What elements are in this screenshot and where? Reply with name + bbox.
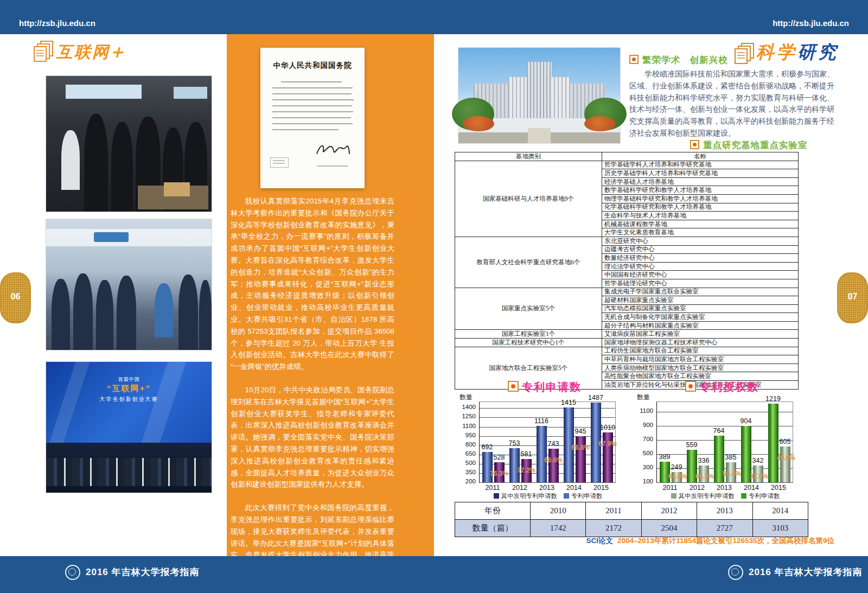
base-name-cell: 数量经济研究中心 xyxy=(602,254,799,263)
chart-title: 专利授权数 xyxy=(699,381,759,393)
led-screen: 首届中国 “互联网+” 大学生创新创业大赛 xyxy=(46,362,212,443)
photo-campus-building xyxy=(458,48,620,143)
legend-swatch xyxy=(741,493,746,499)
letter-text-line xyxy=(272,111,353,112)
bar-value-label: 559 xyxy=(676,441,707,449)
sci-value-cell: 2011 xyxy=(586,502,641,520)
paragraph: 10月20日，中共中央政治局委员、国务院副总理刘延东在吉林大学接见首届中国“互联… xyxy=(231,384,394,490)
pages-icon xyxy=(33,40,54,65)
base-table-row: 国家重点实验室5个集成光电子学国家重点联合实验室 xyxy=(455,288,799,296)
sci-value-cell: 2010 xyxy=(531,502,586,520)
sci-note-label: SCI论文 xyxy=(586,537,614,545)
bar-value-label: 1219 xyxy=(758,395,788,403)
y-tick-label: 500 xyxy=(456,460,476,466)
footer-text-right: 2016 年吉林大学报考指南 xyxy=(749,566,863,578)
bullet-icon xyxy=(690,140,699,149)
y-tick-label: 700 xyxy=(634,436,653,442)
base-name-cell: 数学基础科学研究和教学人才培养基地 xyxy=(602,186,799,195)
y-tick-label: 300 xyxy=(634,464,653,470)
y-tick-label: 1250 xyxy=(456,413,476,419)
bar-value-label: 692 xyxy=(472,443,502,451)
patent-applications-chart: 专利申请数 数量 200350500650800950110012501400 … xyxy=(458,380,631,502)
key-research-bases-table: 基地类别 名称 国家基础科研与人才培养基地9个哲学基础学科人才培养和科学研究基地… xyxy=(455,152,799,390)
plot-area: 69252876.3%75358177.2%111674366.6%141594… xyxy=(479,401,616,483)
sci-value-cell: 2014 xyxy=(752,502,808,520)
base-category-cell: 国家工程技术研究中心1个 xyxy=(455,339,602,347)
base-name-cell: 汽车动态模拟国家重点实验室 xyxy=(602,304,799,313)
photo-screen xyxy=(174,87,207,99)
y-tick-label: 1400 xyxy=(456,404,476,410)
y-tick-label: 950 xyxy=(456,432,476,438)
y-tick-label: 200 xyxy=(456,478,476,484)
base-name-cell: 东北亚研究中心 xyxy=(602,237,799,245)
section-heading-academics: 繁荣学术 创新兴校 xyxy=(629,54,728,66)
photo-stage-group: 首届中国 “互联网+” 大学生创新创业大赛 xyxy=(46,362,212,493)
bar-value-label: 605 xyxy=(770,438,800,445)
state-council-letter: 中华人民共和国国务院 xyxy=(260,48,365,188)
research-intro-paragraph: 学校瞄准国际科技前沿和国家重大需求，积极参与国家、区域、行业创新体系建设，紧密结… xyxy=(629,68,834,139)
base-name-cell: 艾滋病疫苗国家工程实验室 xyxy=(602,330,799,339)
sci-note: SCI论文2004–2013年累计11854篇论文被引126535次，全国高校排… xyxy=(455,536,834,546)
y-axis-ticks: 200350500650800950110012501400 xyxy=(458,401,478,482)
base-table-row: 国家地方联合工程实验室5个工程仿生国家地方联合工程实验室 xyxy=(455,347,799,355)
bar-value-label: 389 xyxy=(649,453,680,461)
y-axis-label: 数量 xyxy=(637,393,650,402)
plot-area: 38924964.0%55933660.1%76438550.4%9043423… xyxy=(656,401,793,483)
legend-swatch xyxy=(671,493,676,499)
base-name-cell: 集成光电子学国家重点联合实验室 xyxy=(602,288,799,296)
screen-text-line3: 大学生创新创业大赛 xyxy=(46,396,212,403)
sci-papers-table: 年份20102011201220132014数量（篇）1742217225042… xyxy=(455,502,808,537)
people-row xyxy=(46,458,212,486)
base-name-cell: 哲学基础学科人才培养和科学研究基地 xyxy=(602,161,799,169)
legend-swatch xyxy=(564,493,569,499)
letter-text-line xyxy=(272,87,353,88)
sci-value-cell: 2727 xyxy=(697,520,752,537)
letter-text-line xyxy=(272,117,351,118)
y-tick-label: 1100 xyxy=(634,407,653,414)
bar-value-label: 1487 xyxy=(580,394,611,401)
base-name-cell: 化学基础科学研究和教学人才培养基地 xyxy=(602,203,799,212)
bar-value-label: 1010 xyxy=(592,424,623,431)
screen-text-line1: 首届中国 xyxy=(46,376,212,383)
bullet-icon xyxy=(508,381,519,392)
base-category-cell: 教育部人文社会科学重点研究基地6个 xyxy=(455,237,602,288)
sci-row-label: 数量（篇） xyxy=(455,520,531,537)
base-table-row: 教育部人文社会科学重点研究基地6个东北亚研究中心 xyxy=(455,237,799,245)
y-tick-label: 100 xyxy=(634,478,653,484)
letter-text-line xyxy=(272,99,354,100)
base-name-cell: 哲学基础理论研究中心 xyxy=(602,279,799,288)
bar-value-label: 904 xyxy=(731,417,761,425)
letter-text-line xyxy=(272,123,353,124)
y-axis-ticks: 1003005007009001100 xyxy=(636,401,655,482)
y-tick-label: 650 xyxy=(456,450,476,457)
base-name-cell: 理论法学研究中心 xyxy=(602,262,799,271)
base-name-cell: 历史学基础学科人才培养和科学研究基地 xyxy=(602,169,799,178)
top-bar xyxy=(0,0,868,34)
invention-share-label: 49.6% xyxy=(770,454,802,462)
base-table-row: 国家基础科研与人才培养基地9个哲学基础学科人才培养和科学研究基地 xyxy=(455,161,799,169)
bar-value-label: 764 xyxy=(704,427,734,435)
sci-value-cell: 1742 xyxy=(531,520,586,537)
base-name-cell: 超分子结构与材料国家重点实验室 xyxy=(602,321,799,330)
sci-row-label: 年份 xyxy=(455,502,531,520)
gridline xyxy=(657,482,793,483)
sci-value-cell: 2012 xyxy=(641,502,697,520)
x-tick-label: 2015 xyxy=(585,484,617,492)
invention-bar xyxy=(780,447,790,482)
chart-title: 专利申请数 xyxy=(522,381,582,393)
base-category-cell: 国家重点实验室5个 xyxy=(455,288,602,330)
url-right: http://zsb.jlu.edu.cn xyxy=(773,18,849,28)
letter-date xyxy=(317,165,348,167)
gridline xyxy=(480,482,615,483)
letter-text-line xyxy=(272,105,352,106)
screen-text-line2: “互联网+” xyxy=(46,384,212,394)
y-axis-label: 数量 xyxy=(459,393,473,402)
sci-value-cell: 3103 xyxy=(752,520,808,537)
base-name-cell: 超硬材料国家重点实验室 xyxy=(602,296,799,305)
article-body: 我校认真贯彻落实2015年4月李克强总理来吉林大学考察作出的重要批示和《国务院办… xyxy=(231,195,394,593)
legend-label: 专利申请数 xyxy=(571,493,603,499)
university-seal-icon xyxy=(728,565,743,580)
page-title-science-research: 科学研究 xyxy=(756,40,839,65)
total-bar xyxy=(537,426,547,482)
base-category-cell: 国家基础科研与人才培养基地9个 xyxy=(455,161,602,237)
